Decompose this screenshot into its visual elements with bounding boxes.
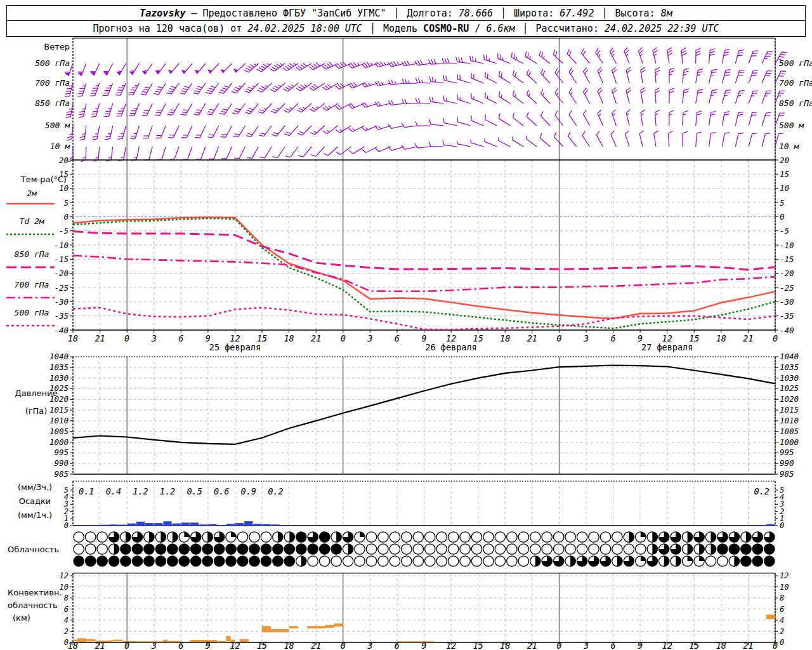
line	[581, 131, 586, 136]
line	[104, 115, 109, 118]
convective-bar	[397, 641, 433, 642]
line	[527, 95, 537, 103]
line	[206, 91, 211, 95]
wind-barb	[195, 124, 206, 140]
cloud-fill	[121, 556, 131, 566]
line	[598, 91, 603, 103]
bottom-x-tick-label: 21	[95, 640, 105, 650]
wind-barb	[681, 48, 687, 63]
line	[183, 157, 188, 161]
conv-unit: (км)	[13, 613, 30, 623]
line	[766, 111, 771, 114]
cloud-fill	[179, 544, 189, 554]
wind-barb	[735, 111, 743, 127]
cloud-fill	[729, 544, 739, 554]
pressure-ytick-right: 1030	[780, 373, 799, 383]
cloud-cover-symbol	[471, 532, 481, 542]
line	[429, 142, 431, 147]
bottom-x-tick-label: 3	[367, 640, 372, 650]
precip-bar	[74, 525, 82, 526]
line	[684, 70, 689, 73]
wind-barb	[482, 55, 498, 63]
line	[235, 63, 245, 72]
convective-bar	[217, 641, 226, 642]
line	[431, 124, 444, 126]
pressure-ytick-right: 1005	[780, 427, 799, 436]
line	[141, 114, 147, 117]
convective-bar	[136, 641, 163, 642]
wind-barb	[540, 89, 554, 103]
cloud-fill	[144, 544, 154, 554]
line	[187, 126, 192, 138]
legend-label: 700 гПа	[15, 280, 49, 289]
wind-barb	[349, 143, 364, 155]
line	[404, 83, 417, 84]
wind-barb	[553, 132, 566, 147]
wind-barb	[80, 125, 86, 141]
meteogram-chart: Ветер500 гПа500 гПа700 гПа700 гПа850 гПа…	[0, 0, 812, 650]
line	[497, 138, 500, 141]
line	[752, 132, 757, 135]
wind-barb	[581, 131, 594, 147]
line	[124, 147, 126, 160]
line	[95, 83, 100, 96]
line	[540, 111, 545, 116]
cloud-fill	[97, 556, 107, 566]
line	[762, 51, 768, 63]
wind-barb	[610, 131, 621, 147]
cloud-cover-symbol	[542, 532, 552, 542]
line	[109, 103, 113, 116]
precip-bar	[154, 523, 162, 526]
wind-barb	[180, 61, 192, 74]
line	[336, 129, 340, 134]
cloud-fill	[641, 556, 646, 561]
line	[259, 156, 265, 160]
line	[417, 147, 431, 148]
cloud-cover-symbol	[402, 556, 412, 566]
wind-barb	[415, 142, 431, 149]
wind-barb	[116, 102, 126, 117]
wind-barb	[749, 49, 758, 65]
line	[395, 81, 396, 84]
line	[739, 49, 744, 52]
wind-barb	[470, 140, 485, 147]
line	[780, 89, 785, 92]
line	[482, 55, 485, 60]
wind-barb	[206, 80, 218, 95]
line	[220, 135, 225, 139]
line	[415, 143, 417, 149]
x-tick-label: 0	[556, 333, 561, 343]
line	[641, 114, 644, 115]
line	[180, 91, 185, 96]
wind-barb	[128, 81, 140, 97]
cloud-fill	[688, 556, 693, 561]
precip-bar	[253, 524, 261, 526]
wind-barb	[483, 114, 499, 126]
wind-barb	[669, 110, 674, 126]
cloud-cover-symbol	[436, 544, 447, 554]
wind-barb	[388, 79, 404, 85]
line	[710, 113, 716, 116]
wind-barb	[469, 73, 485, 83]
cloud-fill	[752, 544, 763, 554]
line	[471, 61, 484, 63]
conv-ytick-left: 8	[64, 594, 69, 602]
wind-barb	[667, 48, 674, 63]
precip-3h-value: 0.5	[187, 486, 202, 496]
wind-barb	[141, 102, 152, 117]
precip-bar	[766, 524, 775, 526]
pressure-ytick-right: 1035	[780, 362, 799, 372]
wind-barb	[232, 100, 245, 116]
wind-barb	[388, 121, 404, 129]
line	[569, 72, 577, 83]
line	[336, 151, 341, 156]
line	[726, 69, 731, 72]
line	[762, 113, 766, 126]
line	[379, 126, 381, 129]
line	[83, 157, 86, 159]
line	[219, 91, 224, 95]
line	[402, 123, 404, 128]
wind-barb	[709, 69, 717, 84]
line	[167, 112, 173, 116]
wind-barb	[554, 110, 567, 126]
